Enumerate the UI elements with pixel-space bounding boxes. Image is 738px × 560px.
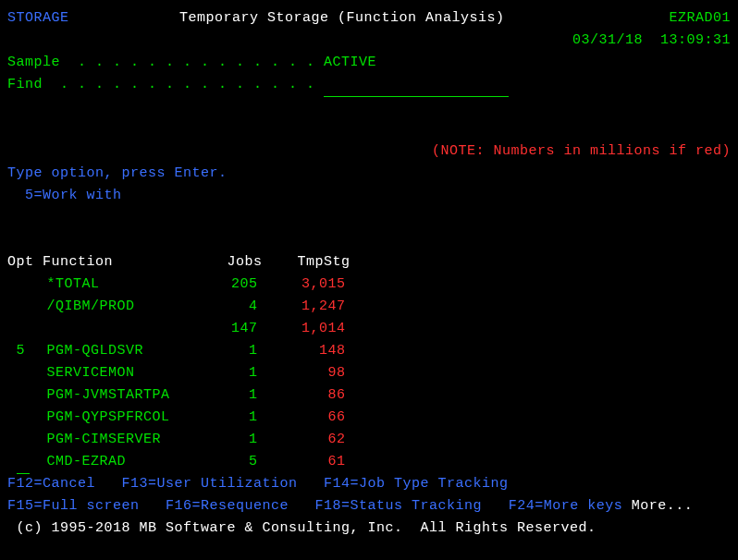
tmpstg-cell: 1,014 xyxy=(258,321,346,336)
table-row: PGM-QGLDSVR 1 148 xyxy=(7,340,731,362)
table-row: 147 1,014 xyxy=(7,318,731,340)
sample-label: Sample . . . . . . . . . . . . . . xyxy=(7,55,315,70)
option-input[interactable] xyxy=(17,451,30,474)
find-input[interactable] xyxy=(324,74,509,97)
table-row: CMD-EZRAD 5 61 xyxy=(7,451,731,473)
jobs-cell: 4 xyxy=(188,298,258,314)
table-row: PGM-CIMSERVER 1 62 xyxy=(7,429,731,451)
tmpstg-cell: 3,015 xyxy=(258,276,346,292)
option-input[interactable] xyxy=(17,407,30,430)
copyright: (c) 1995-2018 MB Software & Consulting, … xyxy=(7,517,731,540)
f13-key[interactable]: F13=User Utilization xyxy=(122,476,298,492)
tmpstg-cell: 61 xyxy=(258,454,346,469)
jobs-cell: 1 xyxy=(188,365,258,381)
tmpstg-cell: 1,247 xyxy=(258,298,346,314)
option-input[interactable] xyxy=(17,340,30,363)
find-row: Find . . . . . . . . . . . . . . . xyxy=(7,74,731,96)
tmpstg-cell: 62 xyxy=(258,432,346,447)
function-cell: /QIBM/PROD xyxy=(47,298,188,314)
f24-key[interactable]: F24=More keys xyxy=(509,498,623,514)
option-input[interactable] xyxy=(17,318,30,341)
jobs-cell: 5 xyxy=(188,454,258,469)
function-cell: PGM-QYPSPFRCOL xyxy=(47,409,188,425)
sample-value: ACTIVE xyxy=(324,55,376,70)
option-input[interactable] xyxy=(17,429,30,452)
jobs-cell: 1 xyxy=(188,432,258,447)
screen-id: STORAGE xyxy=(7,7,179,30)
tmpstg-cell: 148 xyxy=(258,343,346,359)
f18-key[interactable]: F18=Status Tracking xyxy=(315,498,483,514)
f16-key[interactable]: F16=Resequence xyxy=(166,498,289,514)
option-input[interactable] xyxy=(17,274,30,297)
function-cell xyxy=(47,321,188,336)
option-input[interactable] xyxy=(17,362,30,385)
option-input[interactable] xyxy=(17,384,30,408)
program-id: EZRAD01 xyxy=(669,7,731,30)
table-row: /QIBM/PROD 4 1,247 xyxy=(7,296,731,318)
date-time: 03/31/18 13:09:31 xyxy=(572,30,731,52)
table-row: SERVICEMON 1 98 xyxy=(7,362,731,384)
tmpstg-cell: 98 xyxy=(258,365,346,381)
sample-row: Sample . . . . . . . . . . . . . . ACTIV… xyxy=(7,52,731,74)
instructions: Type option, press Enter. xyxy=(7,163,731,185)
jobs-cell: 205 xyxy=(188,276,258,292)
function-cell: *TOTAL xyxy=(47,276,188,292)
table-row: PGM-QYPSPFRCOL 1 66 xyxy=(7,407,731,429)
header-datetime: 03/31/18 13:09:31 xyxy=(7,30,731,52)
function-cell: CMD-EZRAD xyxy=(47,454,188,469)
find-label: Find . . . . . . . . . . . . . . . xyxy=(7,77,315,92)
f12-key[interactable]: F12=Cancel xyxy=(7,476,95,492)
table-row: PGM-JVMSTARTPA 1 86 xyxy=(7,384,731,407)
function-cell: PGM-JVMSTARTPA xyxy=(47,387,188,403)
f15-key[interactable]: F15=Full screen xyxy=(7,498,140,514)
header: STORAGE Temporary Storage (Function Anal… xyxy=(7,7,731,30)
function-cell: SERVICEMON xyxy=(47,365,188,381)
tmpstg-cell: 86 xyxy=(258,387,346,403)
jobs-cell: 1 xyxy=(188,343,258,359)
option-help: 5=Work with xyxy=(7,185,731,207)
table-row: *TOTAL 205 3,015 xyxy=(7,274,731,296)
more-indicator: More... xyxy=(632,498,694,514)
column-headers: Opt Function Jobs TmpStg xyxy=(7,251,731,274)
jobs-cell: 147 xyxy=(188,321,258,336)
function-cell: PGM-QGLDSVR xyxy=(47,343,188,359)
fkeys-row-1: F12=Cancel F13=User Utilization F14=Job … xyxy=(7,473,731,495)
jobs-cell: 1 xyxy=(188,387,258,403)
option-input[interactable] xyxy=(17,296,30,319)
f14-key[interactable]: F14=Job Type Tracking xyxy=(324,476,509,492)
tmpstg-cell: 66 xyxy=(258,409,346,425)
jobs-cell: 1 xyxy=(188,409,258,425)
function-cell: PGM-CIMSERVER xyxy=(47,432,188,447)
screen-title: Temporary Storage (Function Analysis) xyxy=(179,7,669,30)
fkeys-row-2: F15=Full screen F16=Resequence F18=Statu… xyxy=(7,495,731,517)
note-row: (NOTE: Numbers in millions if red) xyxy=(7,140,731,163)
note-text: (NOTE: Numbers in millions if red) xyxy=(432,140,731,163)
